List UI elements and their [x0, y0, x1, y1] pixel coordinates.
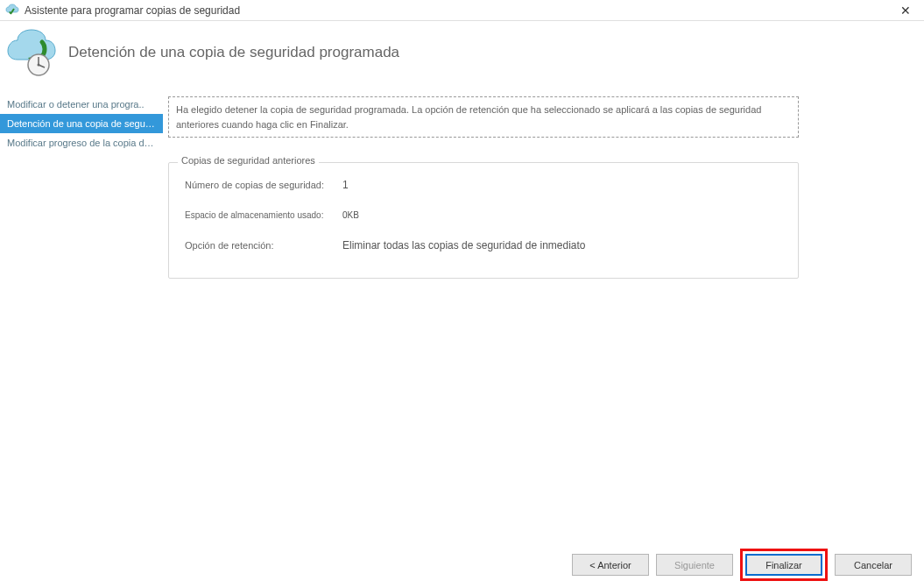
close-button[interactable]: ✕ [892, 2, 919, 19]
svg-point-3 [38, 64, 40, 67]
app-icon [5, 4, 19, 18]
label-storage-used: Espacio de almacenamiento usado: [185, 210, 342, 220]
label-backup-count: Número de copias de seguridad: [185, 180, 342, 190]
row-backup-count: Número de copias de seguridad: 1 [185, 179, 782, 191]
label-retention: Opción de retención: [185, 240, 342, 251]
value-storage-used: 0KB [342, 210, 359, 220]
value-backup-count: 1 [342, 179, 349, 191]
titlebar: Asistente para programar copias de segur… [0, 0, 924, 21]
finish-highlight: Finalizar [740, 549, 828, 581]
header-icon [7, 28, 56, 77]
window-title: Asistente para programar copias de segur… [25, 4, 892, 17]
row-retention-option: Opción de retención: Eliminar todas las … [185, 239, 782, 251]
group-legend: Copias de seguridad anteriores [178, 155, 319, 166]
previous-button[interactable]: < Anterior [572, 554, 649, 576]
finish-button[interactable]: Finalizar [745, 554, 822, 576]
row-storage-used: Espacio de almacenamiento usado: 0KB [185, 210, 782, 220]
value-retention: Eliminar todas las copias de seguridad d… [342, 239, 586, 251]
wizard-content: Ha elegido detener la copia de seguridad… [163, 91, 924, 542]
wizard-sidebar: Modificar o detener una progra.. Detenci… [0, 91, 163, 542]
previous-backups-group: Copias de seguridad anteriores Número de… [168, 162, 799, 279]
cancel-button[interactable]: Cancelar [835, 554, 912, 576]
page-title: Detención de una copia de seguridad prog… [68, 44, 399, 61]
next-button[interactable]: Siguiente [656, 554, 733, 576]
wizard-header: Detención de una copia de seguridad prog… [0, 21, 924, 91]
sidebar-step-modify[interactable]: Modificar o detener una progra.. [0, 95, 163, 114]
sidebar-step-stop-backup[interactable]: Detención de una copia de seguridad prog… [0, 114, 163, 133]
info-message: Ha elegido detener la copia de seguridad… [168, 96, 799, 138]
wizard-footer: < Anterior Siguiente Finalizar Cancelar [572, 549, 912, 581]
sidebar-step-progress[interactable]: Modificar progreso de la copia de seguri… [0, 133, 163, 152]
